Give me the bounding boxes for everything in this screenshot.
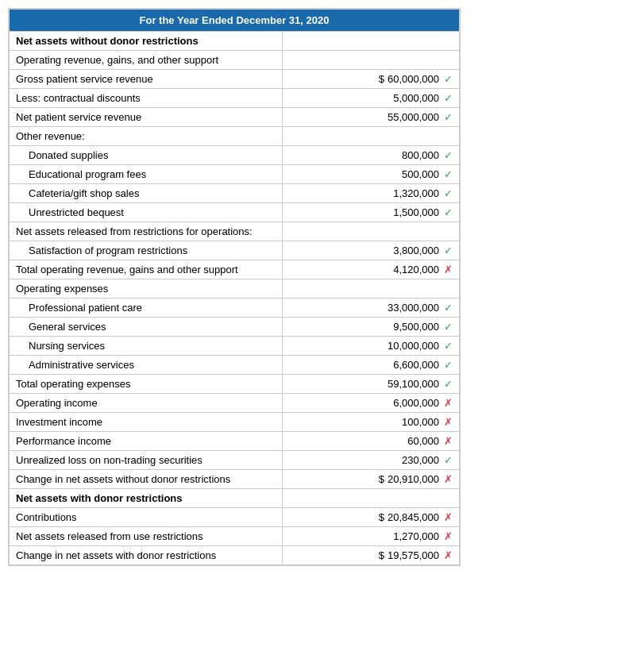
check-icon: ✓ [444,168,453,180]
row-value [283,489,460,508]
row-label: Net assets without donor restrictions [10,32,283,51]
check-icon: ✓ [444,149,453,161]
table-title: For the Year Ended December 31, 2020 [10,10,460,32]
row-label: Professional patient care [10,299,283,318]
table-row: Net assets without donor restrictions [10,32,460,51]
value-number: 800,000 [402,149,439,161]
row-value: 33,000,000✓ [283,299,460,318]
row-label: Change in net assets without donor restr… [10,470,283,489]
row-value: 1,270,000✗ [283,527,460,546]
row-label: Operating income [10,394,283,413]
row-label: Cafeteria/gift shop sales [10,184,283,203]
row-label: Total operating revenue, gains and other… [10,260,283,279]
table-row: Satisfaction of program restrictions3,80… [10,241,460,260]
row-label: Less: contractual discounts [10,89,283,108]
cross-icon: ✗ [444,397,453,409]
value-number: 33,000,000 [388,302,439,314]
row-value: 500,000✓ [283,165,460,184]
table-row: Unrealized loss on non-trading securitie… [10,451,460,470]
value-number: 1,320,000 [393,187,439,199]
row-label: Educational program fees [10,165,283,184]
row-value: 6,000,000✗ [283,394,460,413]
value-number: 20,845,000 [388,511,439,523]
value-number: 19,575,000 [388,549,439,561]
table-row: Less: contractual discounts5,000,000✓ [10,89,460,108]
value-number: 55,000,000 [388,111,439,123]
table-row: Net assets released from use restriction… [10,527,460,546]
row-label: Other revenue: [10,127,283,146]
cross-icon: ✗ [444,473,453,485]
value-number: 6,600,000 [393,359,439,371]
row-label: Operating expenses [10,279,283,299]
table-row: Net assets with donor restrictions [10,489,460,508]
check-icon: ✓ [444,73,453,85]
row-value: 5,000,000✓ [283,89,460,108]
value-number: 230,000 [402,454,439,466]
row-label: Investment income [10,413,283,432]
check-icon: ✓ [444,206,453,218]
row-label: Net assets with donor restrictions [10,489,283,508]
table-row: Net patient service revenue55,000,000✓ [10,108,460,127]
check-icon: ✓ [444,454,453,466]
value-number: 20,910,000 [388,473,439,485]
row-value: 10,000,000✓ [283,337,460,356]
value-number: 1,270,000 [393,530,439,542]
row-value: 6,600,000✓ [283,356,460,375]
table-row: Unrestricted bequest1,500,000✓ [10,203,460,222]
check-icon: ✓ [444,111,453,123]
table-row: Change in net assets with donor restrict… [10,546,460,565]
row-label: Performance income [10,432,283,451]
row-value: 59,100,000✓ [283,375,460,394]
table-row: Educational program fees500,000✓ [10,165,460,184]
table-row: Administrative services6,600,000✓ [10,356,460,375]
row-label: Satisfaction of program restrictions [10,241,283,260]
table-row: Investment income100,000✗ [10,413,460,432]
row-label: Net patient service revenue [10,108,283,127]
check-icon: ✓ [444,340,453,352]
table-row: Professional patient care33,000,000✓ [10,299,460,318]
row-value [283,32,460,51]
dollar-sign: $ [373,511,384,523]
cross-icon: ✗ [444,549,453,561]
row-label: Change in net assets with donor restrict… [10,546,283,565]
table-row: Net assets released from restrictions fo… [10,222,460,241]
table-header-row: For the Year Ended December 31, 2020 [10,10,460,32]
table-row: Change in net assets without donor restr… [10,470,460,489]
row-value: 4,120,000✗ [283,260,460,279]
row-label: Operating revenue, gains, and other supp… [10,51,283,70]
dollar-sign: $ [373,73,384,85]
table-row: Nursing services10,000,000✓ [10,337,460,356]
table-row: Cafeteria/gift shop sales1,320,000✓ [10,184,460,203]
value-number: 9,500,000 [393,321,439,333]
row-label: Contributions [10,508,283,527]
cross-icon: ✗ [444,416,453,428]
table-row: Total operating revenue, gains and other… [10,260,460,279]
row-label: Donated supplies [10,146,283,165]
value-number: 5,000,000 [393,92,439,104]
value-number: 100,000 [402,416,439,428]
row-value: 800,000✓ [283,146,460,165]
row-value: 100,000✗ [283,413,460,432]
value-number: 4,120,000 [393,264,439,275]
table-row: Donated supplies800,000✓ [10,146,460,165]
value-number: 6,000,000 [393,397,439,409]
row-value [283,51,460,70]
cross-icon: ✗ [444,530,453,542]
check-icon: ✓ [444,378,453,390]
table-row: Operating income6,000,000✗ [10,394,460,413]
row-value: 1,320,000✓ [283,184,460,203]
table-row: Other revenue: [10,127,460,146]
row-value: 9,500,000✓ [283,318,460,337]
check-icon: ✓ [444,92,453,104]
financial-statement-table: For the Year Ended December 31, 2020 Net… [8,8,461,566]
row-label: Nursing services [10,337,283,356]
value-number: 59,100,000 [388,378,439,390]
table-row: Contributions$20,845,000✗ [10,508,460,527]
row-label: Unrestricted bequest [10,203,283,222]
row-value: 60,000✗ [283,432,460,451]
row-value: $20,910,000✗ [283,470,460,489]
value-number: 60,000,000 [388,73,439,85]
row-value: 3,800,000✓ [283,241,460,260]
cross-icon: ✗ [444,264,453,275]
value-number: 1,500,000 [393,206,439,218]
